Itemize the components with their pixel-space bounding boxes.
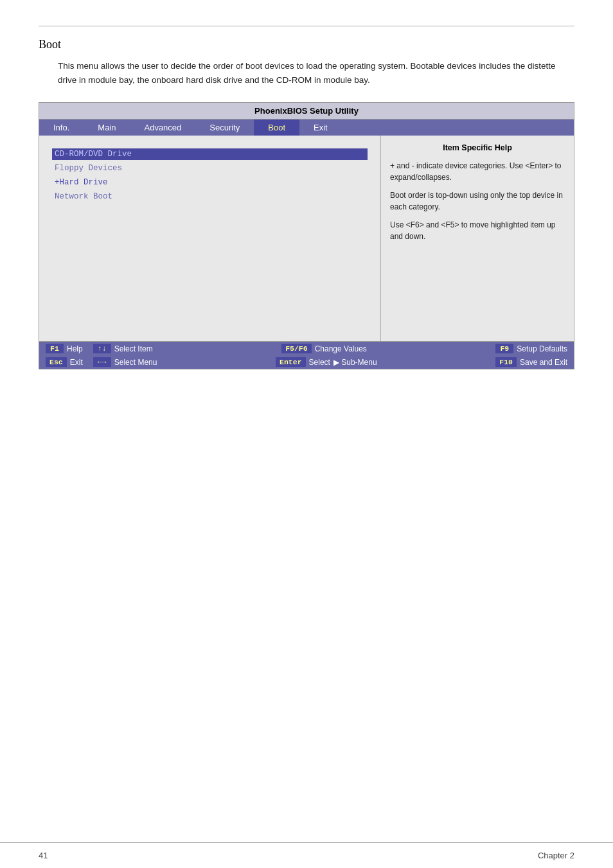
- label-exit: Exit: [70, 358, 83, 367]
- boot-item-network[interactable]: Network Boot: [52, 191, 368, 202]
- description: This menu allows the user to decide the …: [58, 59, 574, 87]
- footer: 41 Chapter 2: [0, 842, 613, 868]
- status-row-1: F1 Help ↑↓ Select Item F5/F6 Change Valu…: [39, 342, 574, 355]
- label-change-values: Change Values: [315, 344, 367, 353]
- help-title: Item Specific Help: [390, 143, 565, 152]
- status-arrows: ↑↓ Select Item: [93, 344, 153, 353]
- label-help: Help: [67, 344, 83, 353]
- label-save-exit: Save and Exit: [520, 358, 567, 367]
- bios-title-bar: PhoenixBIOS Setup Utility: [39, 103, 574, 120]
- bios-title: PhoenixBIOS Setup Utility: [254, 106, 359, 116]
- key-esc: Esc: [46, 357, 67, 367]
- menu-item-exit[interactable]: Exit: [299, 120, 342, 136]
- label-select-menu: Select Menu: [114, 358, 157, 367]
- menu-item-info[interactable]: Info.: [39, 120, 84, 136]
- menu-item-main[interactable]: Main: [84, 120, 130, 136]
- page-wrapper: Boot This menu allows the user to decide…: [0, 0, 613, 434]
- status-f10: F10 Save and Exit: [495, 357, 567, 367]
- label-select: Select: [309, 358, 330, 367]
- key-f9: F9: [495, 344, 513, 353]
- status-f5f6: F5/F6 Change Values: [281, 344, 367, 353]
- status-f1: F1 Help: [46, 344, 83, 353]
- boot-item-cdrom[interactable]: CD-ROM/DVD Drive: [52, 148, 368, 160]
- menu-item-security[interactable]: Security: [195, 120, 254, 136]
- label-setup-defaults: Setup Defaults: [517, 344, 567, 353]
- key-enter: Enter: [276, 357, 306, 367]
- key-lr-arrows: ←→: [93, 357, 111, 367]
- footer-chapter: Chapter 2: [538, 851, 574, 860]
- label-submenu: ▶ Sub-Menu: [333, 358, 377, 367]
- section-title: Boot: [39, 38, 574, 51]
- key-f1: F1: [46, 344, 64, 353]
- footer-page-number: 41: [39, 851, 48, 860]
- bios-content-area: CD-ROM/DVD Drive Floppy Devices +Hard Dr…: [39, 136, 574, 341]
- help-para-2: Boot order is top-down using only the to…: [390, 190, 565, 213]
- key-arrows: ↑↓: [93, 344, 111, 353]
- help-text: + and - indicate device categories. Use …: [390, 160, 565, 242]
- help-para-1: + and - indicate device categories. Use …: [390, 160, 565, 183]
- label-select-item: Select Item: [114, 344, 153, 353]
- bios-right-panel: Item Specific Help + and - indicate devi…: [381, 136, 574, 341]
- status-f9: F9 Setup Defaults: [495, 344, 567, 353]
- key-f5f6: F5/F6: [281, 344, 312, 353]
- key-f10: F10: [495, 357, 517, 367]
- bios-box: PhoenixBIOS Setup Utility Info. Main Adv…: [39, 102, 574, 369]
- status-lr-arrows: ←→ Select Menu: [93, 357, 157, 367]
- status-row-2: Esc Exit ←→ Select Menu Enter Select ▶ S…: [39, 355, 574, 369]
- top-rule: [39, 26, 574, 26]
- boot-item-floppy[interactable]: Floppy Devices: [52, 163, 368, 174]
- status-esc: Esc Exit: [46, 357, 83, 367]
- bios-status-rows: F1 Help ↑↓ Select Item F5/F6 Change Valu…: [39, 341, 574, 369]
- bios-menu-bar: Info. Main Advanced Security Boot Exit: [39, 120, 574, 136]
- status-enter: Enter Select ▶ Sub-Menu: [276, 357, 377, 367]
- boot-item-harddrive[interactable]: +Hard Drive: [52, 177, 368, 188]
- menu-item-boot[interactable]: Boot: [254, 120, 299, 136]
- bios-left-panel: CD-ROM/DVD Drive Floppy Devices +Hard Dr…: [39, 136, 381, 341]
- menu-item-advanced[interactable]: Advanced: [130, 120, 195, 136]
- help-para-3: Use <F6> and <F5> to move highlighted it…: [390, 219, 565, 242]
